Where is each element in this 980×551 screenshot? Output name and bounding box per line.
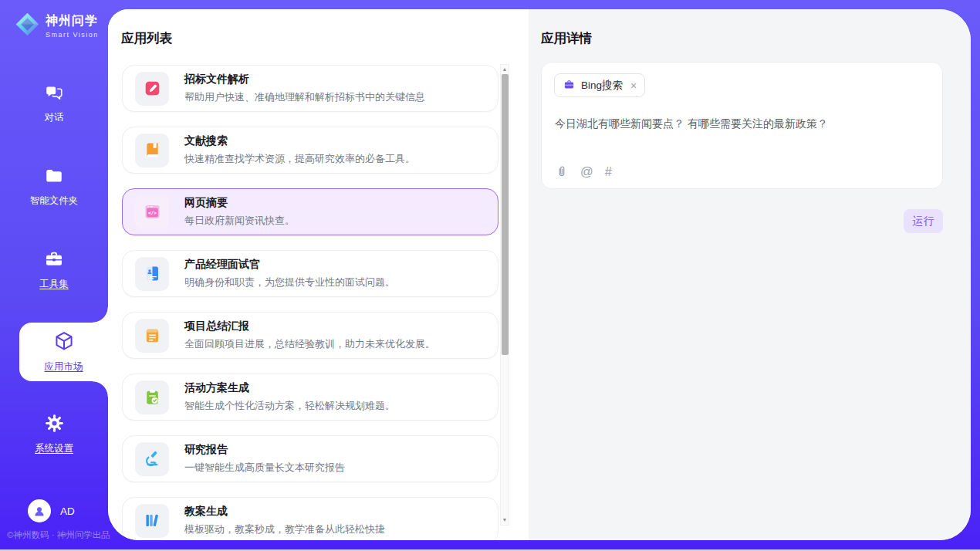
app-card[interactable]: 教案生成模板驱动，教案秒成，教学准备从此轻松快捷 (122, 497, 498, 540)
sidebar-nav: 对话智能文件夹工具集应用市场系统设置 (0, 79, 108, 493)
app-card[interactable]: 研究报告一键智能生成高质量长文本研究报告 (122, 435, 498, 482)
notepad-icon (135, 319, 169, 353)
sidebar-item-3[interactable]: 工具集 (0, 246, 108, 294)
brand-diamond-icon (15, 12, 40, 40)
app-list-panel: 应用列表 招标文件解析帮助用户快速、准确地理解和解析招标书中的关键信息文献搜索快… (108, 9, 529, 540)
avatar (28, 499, 51, 522)
run-button[interactable]: 运行 (904, 209, 943, 233)
app-card-desc: 明确身份和职责，为您提供专业性的面试问题。 (184, 276, 395, 289)
app-card-title: 文献搜索 (184, 134, 415, 148)
app-detail-title: 应用详情 (541, 30, 592, 47)
svg-text:</>: </> (147, 210, 156, 215)
scroll-up-icon[interactable]: ▲ (501, 65, 509, 74)
sidebar-item-label: 工具集 (39, 278, 69, 291)
app-card-desc: 帮助用户快速、准确地理解和解析招标书中的关键信息 (184, 90, 425, 104)
sidebar-item-5[interactable]: 系统设置 (0, 410, 108, 458)
app-card-title: 招标文件解析 (184, 73, 425, 86)
brand-subtitle: Smart Vision (46, 31, 99, 39)
app-card-title: 教案生成 (184, 505, 385, 519)
cube-icon (53, 330, 75, 355)
sidebar-item-2[interactable]: 智能文件夹 (0, 163, 108, 211)
gear-icon (44, 413, 65, 437)
microscope-icon (135, 442, 169, 476)
app-card[interactable]: 文献搜索快速精准查找学术资源，提高研究效率的必备工具。 (122, 127, 498, 174)
app-list-scrollbar[interactable]: ▲ ▼ (500, 64, 509, 526)
prompt-text[interactable]: 今日湖北有哪些新闻要点？ 有哪些需要关注的最新政策？ (555, 116, 930, 131)
app-list: 招标文件解析帮助用户快速、准确地理解和解析招标书中的关键信息文献搜索快速精准查找… (122, 65, 498, 540)
user-chip[interactable]: AD (28, 499, 75, 522)
brand-name: 神州问学 (46, 13, 99, 29)
folder-icon (44, 166, 64, 189)
app-card-desc: 每日政府新闻资讯快查。 (184, 214, 295, 228)
attach-icon[interactable] (555, 164, 569, 178)
app-card[interactable]: 项目总结汇报全面回顾项目进展，总结经验教训，助力未来优化发展。 (122, 312, 498, 359)
mention-icon[interactable]: @ (580, 165, 593, 178)
books-icon (135, 504, 169, 538)
app-card[interactable]: 活动方案生成智能生成个性化活动方案，轻松解决规划难题。 (122, 374, 498, 421)
app-card-title: 网页摘要 (184, 196, 295, 210)
book-icon (135, 134, 169, 167)
sidebar-item-1[interactable]: 对话 (0, 79, 108, 127)
sidebar-item-4[interactable]: 应用市场 (19, 323, 108, 381)
app-card-desc: 一键智能生成高质量长文本研究报告 (184, 461, 345, 475)
scrollbar-thumb[interactable] (502, 74, 509, 355)
brand-logo: 神州问学 Smart Vision (0, 0, 108, 40)
sidebar-item-label: 智能文件夹 (30, 194, 79, 208)
app-card-title: 研究报告 (184, 443, 345, 457)
app-card-desc: 全面回顾项目进展，总结经验教训，助力未来优化发展。 (184, 337, 435, 351)
briefcase-icon (563, 79, 575, 93)
toolbox-icon (44, 249, 64, 272)
app-card[interactable]: </>网页摘要每日政府新闻资讯快查。 (122, 188, 498, 235)
chat-icon (44, 83, 64, 106)
tool-chip[interactable]: Bing搜索 × (554, 73, 645, 97)
main-content: 应用列表 招标文件解析帮助用户快速、准确地理解和解析招标书中的关键信息文献搜索快… (108, 9, 971, 540)
app-card-desc: 快速精准查找学术资源，提高研究效率的必备工具。 (184, 152, 415, 166)
app-card-desc: 智能生成个性化活动方案，轻松解决规划难题。 (184, 399, 395, 413)
sidebar-item-label: 对话 (45, 111, 64, 124)
prompt-card[interactable]: Bing搜索 × 今日湖北有哪些新闻要点？ 有哪些需要关注的最新政策？ @ # (541, 62, 943, 189)
browser-code-icon: </> (135, 195, 169, 229)
app-card-title: 产品经理面试官 (184, 258, 395, 272)
sidebar-item-label: 应用市场 (45, 360, 83, 374)
tool-chip-label: Bing搜索 (581, 79, 623, 93)
app-card[interactable]: 招标文件解析帮助用户快速、准确地理解和解析招标书中的关键信息 (122, 65, 498, 112)
scroll-down-icon[interactable]: ▼ (501, 516, 509, 525)
prompt-toolbar: @ # (555, 164, 612, 178)
hashtag-icon[interactable]: # (605, 165, 612, 178)
app-card[interactable]: 产品经理面试官明确身份和职责，为您提供专业性的面试问题。 (122, 250, 498, 297)
chip-close-icon[interactable]: × (630, 79, 637, 92)
sidebar: 神州问学 Smart Vision 对话智能文件夹工具集应用市场系统设置 AD … (0, 0, 108, 551)
doc-edit-icon (135, 72, 169, 106)
resume-icon (135, 257, 169, 291)
sidebar-footer: ©神州数码 · 神州问学出品 (7, 529, 110, 541)
clipboard-check-icon (135, 380, 169, 414)
app-list-title: 应用列表 (121, 30, 172, 47)
app-card-title: 项目总结汇报 (184, 319, 435, 333)
app-card-title: 活动方案生成 (184, 381, 395, 395)
app-detail-panel: 应用详情 Bing搜索 × 今日湖北有哪些新闻要点？ 有哪些需要关注的最新政策？ (529, 9, 971, 540)
sidebar-item-label: 系统设置 (35, 442, 73, 455)
user-name: AD (60, 505, 75, 517)
app-card-desc: 模板驱动，教案秒成，教学准备从此轻松快捷 (184, 522, 385, 536)
